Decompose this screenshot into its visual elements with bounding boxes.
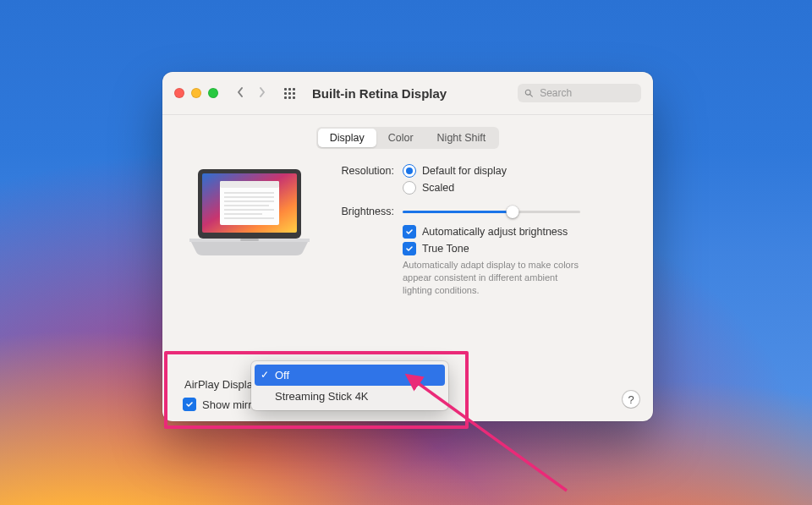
checkbox-show-mirroring[interactable] <box>183 398 196 411</box>
checkbox-true-tone[interactable] <box>403 242 416 255</box>
resolution-default[interactable]: Default for display <box>403 164 629 178</box>
auto-brightness-label: Automatically adjust brightness <box>422 226 568 238</box>
chevron-left-icon <box>236 86 244 98</box>
window-title: Built-in Retina Display <box>312 86 447 101</box>
chevron-right-icon <box>258 86 266 98</box>
resolution-row: Resolution: Default for display Scaled <box>328 164 629 198</box>
airplay-option-off[interactable]: ✓ Off <box>255 365 445 386</box>
svg-line-1 <box>530 95 533 97</box>
brightness-slider[interactable] <box>403 205 580 218</box>
resolution-scaled[interactable]: Scaled <box>403 181 629 195</box>
back-button[interactable] <box>233 86 247 101</box>
content-area: Resolution: Default for display Scaled <box>162 149 653 304</box>
tab-bar: Display Color Night Shift <box>316 127 500 149</box>
check-icon: ✓ <box>261 369 269 381</box>
airplay-label: AirPlay Display: <box>178 378 261 391</box>
resolution-scaled-label: Scaled <box>422 182 454 194</box>
minimize-button[interactable] <box>191 88 201 98</box>
brightness-label: Brightness: <box>328 205 394 217</box>
radio-default[interactable] <box>403 164 416 178</box>
tab-color[interactable]: Color <box>376 129 425 147</box>
checkbox-auto-brightness[interactable] <box>403 225 416 239</box>
check-icon <box>405 228 414 236</box>
nav-arrows <box>233 86 269 101</box>
slider-thumb[interactable] <box>507 206 519 218</box>
tab-display[interactable]: Display <box>318 129 376 147</box>
svg-rect-14 <box>240 239 259 241</box>
svg-rect-5 <box>220 181 279 188</box>
true-tone[interactable]: True Tone <box>403 242 629 255</box>
search-icon <box>524 88 533 98</box>
true-tone-desc: Automatically adapt display to make colo… <box>403 259 589 297</box>
brightness-row: Brightness: <box>328 205 629 218</box>
check-icon <box>185 400 194 409</box>
search-field[interactable] <box>518 84 641 102</box>
forward-button[interactable] <box>255 86 269 101</box>
titlebar: Built-in Retina Display <box>162 72 653 115</box>
help-button[interactable]: ? <box>623 391 639 408</box>
check-icon <box>405 244 414 253</box>
close-button[interactable] <box>174 88 184 98</box>
airplay-option-off-label: Off <box>275 369 289 381</box>
resolution-default-label: Default for display <box>422 165 507 177</box>
auto-brightness-row: Automatically adjust brightness True Ton… <box>328 225 629 297</box>
radio-scaled[interactable] <box>403 181 416 195</box>
true-tone-label: True Tone <box>422 243 469 255</box>
display-settings: Resolution: Default for display Scaled <box>328 164 629 304</box>
airplay-option-stick[interactable]: Streaming Stick 4K <box>255 386 445 407</box>
zoom-button[interactable] <box>208 88 218 98</box>
resolution-label: Resolution: <box>328 164 394 177</box>
airplay-option-stick-label: Streaming Stick 4K <box>275 390 369 403</box>
window-controls <box>174 88 218 98</box>
display-preview <box>186 167 313 260</box>
desktop-wallpaper: Built-in Retina Display Display Color Ni… <box>0 0 812 505</box>
show-all-button[interactable] <box>284 88 295 99</box>
airplay-dropdown[interactable]: ✓ Off Streaming Stick 4K <box>251 361 448 410</box>
tab-night-shift[interactable]: Night Shift <box>425 129 498 147</box>
svg-point-0 <box>525 90 530 95</box>
search-input[interactable] <box>538 86 634 100</box>
auto-brightness[interactable]: Automatically adjust brightness <box>403 225 629 239</box>
